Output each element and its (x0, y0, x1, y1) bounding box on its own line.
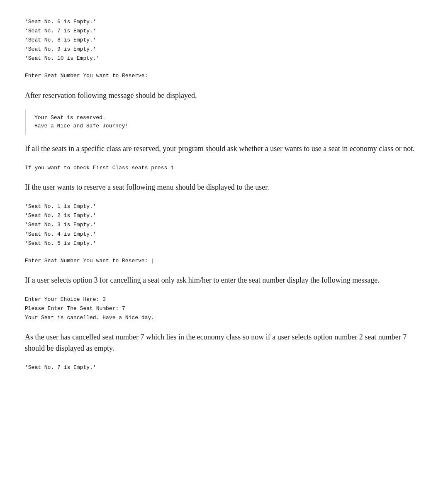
enter-seat-prompt-1: Enter Seat Number You want to Reserve: (25, 71, 423, 81)
reservation-heading: After reservation following message shou… (25, 90, 423, 101)
seat-list-1-5-section: 'Seat No. 1 is Empty.' 'Seat No. 2 is Em… (25, 201, 423, 266)
code-line: 'Seat No. 8 is Empty.' (25, 36, 423, 45)
first-class-prompt: If you want to check First Class seats p… (25, 163, 423, 173)
cancel-heading: If a user selects option 3 for cancellin… (25, 275, 423, 286)
cancelled-result-heading: As the user has cancelled seat number 7 … (25, 332, 423, 354)
all-seats-heading-section: If all the seats in a specific class are… (25, 143, 423, 154)
reservation-message-code: Your Seat is reserved. Have a Nice and S… (25, 110, 423, 135)
code-line: Enter Your Choice Here: 3 (25, 295, 423, 304)
reservation-message-section: Your Seat is reserved. Have a Nice and S… (25, 110, 423, 135)
page-content: 'Seat No. 6 is Empty.' 'Seat No. 7 is Em… (25, 17, 423, 373)
cancel-code-section: Enter Your Choice Here: 3 Please Enter T… (25, 294, 423, 323)
seat-list-1-5-code: 'Seat No. 1 is Empty.' 'Seat No. 2 is Em… (25, 201, 423, 249)
cancel-heading-section: If a user selects option 3 for cancellin… (25, 275, 423, 286)
code-line: 'Seat No. 4 is Empty.' (25, 230, 423, 239)
code-line: 'Seat No. 10 is Empty.' (25, 54, 423, 63)
code-line: 'Seat No. 9 is Empty.' (25, 45, 423, 54)
code-line: 'Seat No. 7 is Empty.' (25, 363, 423, 372)
code-line: Have a Nice and Safe Journey! (34, 122, 415, 131)
cancelled-result-heading-section: As the user has cancelled seat number 7 … (25, 332, 423, 354)
initial-seat-list-code: 'Seat No. 6 is Empty.' 'Seat No. 7 is Em… (25, 17, 423, 64)
menu-heading-section: If the user wants to reserve a seat foll… (25, 182, 423, 193)
first-class-section: If you want to check First Class seats p… (25, 163, 423, 173)
enter-seat-prompt-2: Enter Seat Number You want to Reserve: | (25, 256, 423, 266)
all-seats-heading: If all the seats in a specific class are… (25, 143, 423, 154)
code-line: 'Seat No. 6 is Empty.' (25, 17, 423, 27)
code-line: Your Seat is reserved. (34, 114, 415, 122)
seat7-empty-code: 'Seat No. 7 is Empty.' (25, 362, 423, 373)
code-line: 'Seat No. 3 is Empty.' (25, 220, 423, 229)
menu-heading: If the user wants to reserve a seat foll… (25, 182, 423, 193)
code-line: 'Seat No. 5 is Empty.' (25, 239, 423, 248)
cancel-code: Enter Your Choice Here: 3 Please Enter T… (25, 294, 423, 323)
code-line: 'Seat No. 7 is Empty.' (25, 27, 423, 36)
code-line: 'Seat No. 2 is Empty.' (25, 211, 423, 220)
initial-seat-list-section: 'Seat No. 6 is Empty.' 'Seat No. 7 is Em… (25, 17, 423, 82)
code-line: Your Seat is cancelled. Have a Nice day. (25, 313, 423, 322)
code-line: 'Seat No. 1 is Empty.' (25, 202, 423, 211)
reservation-heading-section: After reservation following message shou… (25, 90, 423, 101)
seat7-empty-section: 'Seat No. 7 is Empty.' (25, 362, 423, 373)
code-line: Please Enter The Seat Number: 7 (25, 304, 423, 313)
